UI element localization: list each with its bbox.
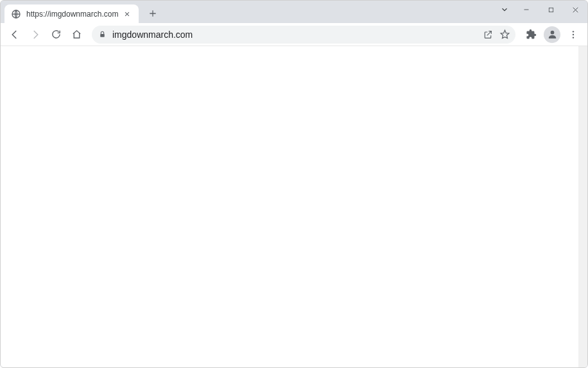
titlebar: https://imgdownmarch.com [1, 1, 587, 23]
page-content [1, 46, 587, 367]
tab-title: https://imgdownmarch.com [26, 10, 118, 19]
scrollbar-vertical[interactable] [578, 46, 587, 367]
address-bar[interactable]: imgdownmarch.com [92, 26, 515, 44]
lock-icon [97, 29, 107, 40]
omnibox-actions [483, 29, 510, 40]
globe-icon [11, 9, 21, 19]
window-maximize-button[interactable] [539, 1, 563, 19]
url-text: imgdownmarch.com [112, 29, 478, 40]
tab-active[interactable]: https://imgdownmarch.com [4, 4, 139, 23]
toolbar-actions [522, 26, 582, 44]
browser-window: https://imgdownmarch.com [0, 0, 588, 368]
svg-point-3 [550, 31, 554, 35]
window-close-button[interactable] [563, 1, 587, 19]
home-button[interactable] [67, 26, 85, 44]
toolbar: imgdownmarch.com [1, 23, 587, 46]
svg-rect-1 [549, 8, 553, 12]
forward-button[interactable] [26, 26, 44, 44]
svg-rect-2 [100, 34, 105, 37]
tab-close-button[interactable] [122, 9, 132, 19]
extensions-button[interactable] [522, 26, 540, 44]
svg-point-6 [573, 37, 574, 38]
window-controls [495, 1, 587, 19]
menu-button[interactable] [564, 26, 582, 44]
bookmark-icon[interactable] [499, 29, 510, 40]
back-button[interactable] [6, 26, 24, 44]
reload-button[interactable] [47, 26, 65, 44]
tabs-strip: https://imgdownmarch.com [1, 1, 162, 23]
svg-point-5 [573, 33, 574, 35]
share-icon[interactable] [483, 29, 493, 40]
svg-point-4 [573, 31, 574, 32]
profile-avatar[interactable] [544, 26, 560, 43]
tabs-search-button[interactable] [495, 1, 514, 19]
new-tab-button[interactable] [144, 4, 162, 22]
window-minimize-button[interactable] [514, 1, 539, 19]
